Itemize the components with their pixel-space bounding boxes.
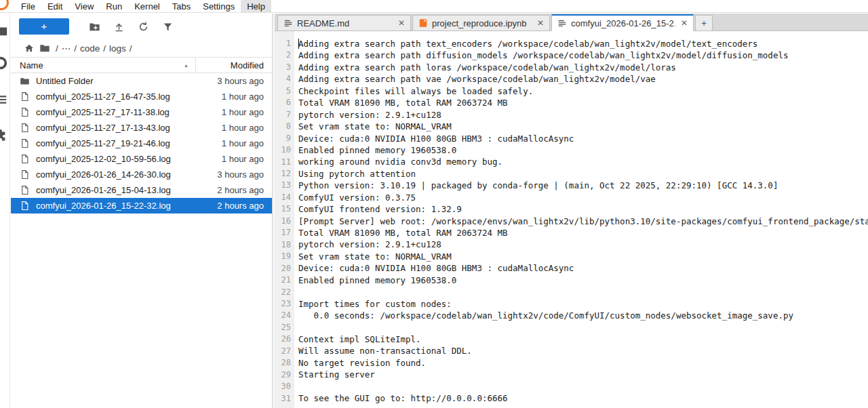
log-line: Device: cuda:0 NVIDIA H100 80GB HBM3 : c… (298, 262, 868, 274)
new-tab-button[interactable]: + (695, 15, 713, 30)
new-launcher-button[interactable]: + (19, 18, 69, 35)
file-row[interactable]: comfyui_2025-11-27_19-21-46.log1 hour ag… (11, 136, 272, 151)
file-icon (20, 154, 31, 165)
log-line: Total VRAM 81090 MB, total RAM 2063724 M… (298, 97, 868, 108)
log-line: working around nvidia conv3d memory bug. (298, 156, 868, 167)
text-file-icon (283, 18, 293, 28)
breadcrumb: / ⋯ / code / logs / (11, 39, 272, 57)
close-icon[interactable]: ✕ (537, 18, 544, 28)
line-number: 29 (275, 369, 291, 381)
file-icon (20, 123, 31, 134)
upload-icon[interactable] (108, 18, 129, 35)
file-browser-icon[interactable] (0, 23, 8, 38)
file-name: comfyui_2025-11-27_17-11-38.log (36, 107, 197, 117)
line-number: 21 (275, 274, 291, 286)
file-row[interactable]: comfyui_2026-01-26_15-04-13.log2 hours a… (11, 182, 272, 198)
file-name: comfyui_2025-11-27_17-13-43.log (36, 123, 197, 133)
file-name: comfyui_2026-01-26_15-04-13.log (36, 185, 197, 195)
line-number: 2 (275, 49, 291, 61)
menu-item-kernel[interactable]: Kernel (128, 0, 166, 12)
line-number: 18 (275, 239, 291, 251)
log-editor[interactable]: 1234567891011121314151617181920212223242… (275, 31, 868, 408)
log-line: Will assume non-transactional DDL. (298, 345, 868, 356)
file-list-header: Name ▲ Modified (11, 57, 272, 73)
file-modified-time: 3 hours ago (197, 169, 272, 180)
folder-icon (20, 76, 31, 87)
menu-item-edit[interactable]: Edit (41, 0, 68, 12)
menu-item-file[interactable]: File (15, 0, 41, 12)
log-line: Enabled pinned memory 1960538.0 (298, 144, 868, 156)
file-list: Untitled Folder3 hours agocomfyui_2025-1… (11, 73, 272, 213)
file-row[interactable]: comfyui_2025-12-02_10-59-56.log1 hour ag… (11, 151, 272, 167)
menu-item-settings[interactable]: Settings (197, 0, 241, 12)
table-of-contents-icon[interactable] (0, 92, 8, 107)
file-modified-time: 3 hours ago (197, 76, 272, 86)
line-number: 19 (275, 251, 291, 262)
line-number: 5 (275, 85, 291, 97)
log-line: No target revision found. (298, 357, 868, 369)
line-number: 1 (275, 38, 291, 49)
running-sessions-icon[interactable] (0, 56, 8, 70)
tab-readme-md[interactable]: README.md✕ (277, 15, 411, 30)
folder-icon[interactable] (39, 43, 50, 54)
line-number: 31 (275, 393, 291, 405)
refresh-icon[interactable] (133, 18, 153, 35)
log-line (298, 381, 868, 392)
main-dock: README.md✕project_reproduce.ipynb✕comfyu… (275, 14, 868, 408)
file-row-folder[interactable]: Untitled Folder3 hours ago (11, 73, 272, 89)
file-row[interactable]: comfyui_2026-01-26_14-26-30.log3 hours a… (11, 167, 272, 182)
new-folder-icon[interactable] (84, 18, 104, 35)
line-number: 30 (275, 381, 291, 392)
breadcrumb-separator: / (56, 43, 58, 54)
column-header-name[interactable]: Name ▲ (11, 60, 195, 70)
text-cursor (298, 39, 299, 49)
tab-comfyui-2026-01-26-15-2[interactable]: comfyui_2026-01-26_15-2…✕ (551, 14, 694, 31)
file-name: comfyui_2025-11-27_16-47-35.log (36, 91, 197, 102)
log-line: Set vram state to: NORMAL_VRAM (298, 251, 868, 262)
log-line: pytorch version: 2.9.1+cu128 (298, 109, 868, 121)
breadcrumb-separator: / (130, 43, 132, 54)
tab-project-reproduce-ipynb[interactable]: project_reproduce.ipynb✕ (412, 15, 550, 30)
line-number: 12 (275, 168, 291, 180)
log-line: Adding extra search path vae /workspace/… (298, 73, 868, 85)
line-number: 3 (275, 62, 291, 73)
home-icon[interactable] (24, 43, 35, 54)
tab-bar: README.md✕project_reproduce.ipynb✕comfyu… (275, 14, 868, 31)
file-modified-time: 1 hour ago (197, 91, 272, 102)
line-number: 15 (275, 203, 291, 215)
file-modified-time: 1 hour ago (197, 138, 272, 148)
breadcrumb-separator: / (103, 43, 106, 54)
file-row[interactable]: comfyui_2025-11-27_17-13-43.log1 hour ag… (11, 120, 272, 136)
file-row[interactable]: comfyui_2025-11-27_16-47-35.log1 hour ag… (11, 89, 272, 104)
editor-content[interactable]: Adding extra search path text_encoders /… (294, 31, 868, 408)
log-line: Adding extra search path text_encoders /… (298, 38, 868, 49)
extensions-icon[interactable] (0, 129, 8, 144)
file-row[interactable]: comfyui_2026-01-26_15-22-32.log2 hours a… (11, 198, 272, 213)
line-number: 28 (275, 357, 291, 369)
breadcrumb-separator: / (74, 43, 77, 54)
line-number: 6 (275, 97, 291, 108)
menu-item-view[interactable]: View (68, 0, 100, 12)
line-number: 24 (275, 310, 291, 321)
menu-item-help[interactable]: Help (241, 0, 271, 12)
menu-item-tabs[interactable]: Tabs (166, 0, 197, 12)
name-column-label: Name (20, 60, 43, 70)
line-number: 20 (275, 263, 291, 274)
log-line: Set vram state to: NORMAL_VRAM (298, 121, 868, 132)
menu-item-run[interactable]: Run (100, 0, 128, 12)
column-header-modified[interactable]: Modified (195, 58, 272, 73)
file-icon (20, 91, 31, 102)
file-row[interactable]: comfyui_2025-11-27_17-11-38.log1 hour ag… (11, 104, 272, 120)
close-icon[interactable]: ✕ (681, 18, 688, 28)
close-icon[interactable]: ✕ (398, 18, 405, 28)
file-browser-panel: + / ⋯ / code / logs / Name ▲ Mod (11, 14, 272, 408)
menu-bar: FileEditViewRunKernelTabsSettingsHelp (0, 0, 868, 13)
filter-icon[interactable] (157, 18, 178, 35)
breadcrumb-item-code[interactable]: code (80, 43, 100, 54)
breadcrumb-item-logs[interactable]: logs (109, 43, 126, 54)
sort-ascending-icon: ▲ (184, 63, 189, 68)
log-line: 0.0 seconds: /workspace/codelab/wan_ligh… (298, 310, 868, 321)
breadcrumb-ellipsis[interactable]: ⋯ (62, 43, 71, 54)
line-number: 11 (275, 157, 291, 168)
file-modified-time: 1 hour ago (197, 123, 272, 133)
